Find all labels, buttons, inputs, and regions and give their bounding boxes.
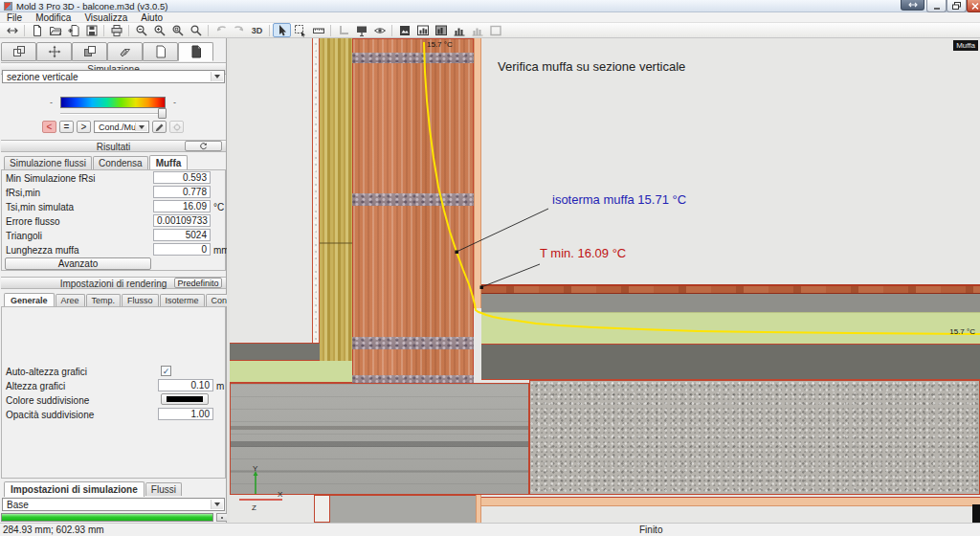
tab-impostazioni-simulazione[interactable]: Impostazioni di simulazione — [4, 481, 145, 497]
zoom-out-icon — [135, 24, 148, 37]
zoom-out-button[interactable] — [132, 23, 150, 37]
open-file-button[interactable] — [46, 23, 64, 37]
panel-tab-boundaries[interactable] — [143, 42, 178, 61]
panel-tab-simulation[interactable] — [178, 42, 213, 61]
zoom-in-button[interactable] — [150, 23, 168, 37]
menu-file[interactable]: File — [0, 12, 29, 23]
picker-button[interactable] — [152, 121, 167, 133]
gradient-slider-thumb[interactable] — [158, 108, 167, 119]
tab-condensa[interactable]: Condensa — [93, 156, 148, 169]
zoom-icon — [189, 24, 203, 37]
menu-modifica[interactable]: Modifica — [29, 12, 78, 23]
zoom-extents-button[interactable] — [168, 23, 187, 37]
page-icon — [153, 44, 168, 59]
chevron-down-icon — [211, 500, 223, 509]
toggle-panel-button[interactable] — [3, 23, 21, 37]
save-button[interactable] — [82, 23, 100, 37]
mortar-joint — [352, 337, 474, 349]
toolbar: 3D — [0, 23, 980, 38]
undo-button[interactable] — [212, 23, 230, 37]
subdivision-opacity-field[interactable]: 1.00 — [158, 408, 213, 420]
layers-icon — [82, 44, 98, 59]
import-button[interactable] — [64, 23, 82, 37]
result-value-triangles[interactable]: 5024 — [153, 229, 211, 241]
menu-visualizza[interactable]: Visualizza — [78, 12, 134, 23]
auto-height-checkbox[interactable]: ✓ — [161, 366, 171, 376]
progress-fill — [2, 514, 212, 521]
result-value-frsi-sim[interactable]: 0.593 — [153, 171, 211, 184]
compare-mode-dropdown[interactable]: Cond./Muffa — [94, 121, 149, 133]
unit-celsius: °C — [213, 202, 224, 212]
tab-generale[interactable]: Generale — [4, 293, 55, 307]
tmin-annotation: T min. 16.09 °C — [540, 246, 626, 260]
bar-chart-button[interactable] — [450, 23, 468, 37]
minimize-button[interactable] — [926, 0, 947, 12]
compare-equal-button[interactable]: = — [59, 121, 74, 133]
result-value-flux-error[interactable]: 0.00109733 — [153, 214, 211, 227]
base-dropdown-value: Base — [7, 500, 29, 510]
panel-tab-materials[interactable] — [107, 42, 143, 61]
section-viewport[interactable]: Y Z X Verifica muffa su sezione vertical… — [230, 38, 980, 523]
isotherm-mold-annotation: isoterma muffa 15.71 °C — [552, 192, 686, 207]
menu-aiuto[interactable]: Aiuto — [134, 12, 169, 23]
new-file-button[interactable] — [28, 23, 46, 37]
render-speckle — [313, 38, 319, 343]
redo-icon — [233, 24, 246, 37]
refresh-results-button[interactable] — [185, 141, 222, 151]
tab-flussi[interactable]: Flussi — [145, 482, 182, 496]
advanced-button[interactable]: Avanzato — [5, 257, 151, 270]
tab-muffa[interactable]: Muffa — [149, 155, 189, 170]
chart-image-icon — [434, 24, 448, 37]
default-button[interactable]: Predefinito — [174, 278, 222, 288]
result-value-mold-length[interactable]: 0 — [153, 243, 211, 256]
section-dropdown[interactable]: sezione verticale — [2, 70, 225, 83]
compare-greater-button[interactable]: > — [77, 121, 91, 133]
legend-panel-button[interactable] — [352, 23, 370, 37]
gradient-tick-right: - — [173, 98, 176, 107]
title-bar[interactable]: Mold 3 Pro 3D - balcone.m3d (v3.0.5) — [0, 0, 980, 12]
visibility-button[interactable] — [370, 23, 389, 37]
redo-button[interactable] — [230, 23, 248, 37]
open-folder-icon — [49, 24, 62, 37]
select-cursor-button[interactable] — [273, 23, 291, 37]
tab-aree[interactable]: Aree — [56, 294, 85, 306]
tab-simulazione-flussi[interactable]: Simulazione flussi — [4, 156, 92, 169]
export-image-button[interactable] — [395, 23, 413, 37]
panel-tab-dimensions[interactable] — [36, 42, 72, 61]
result-value-frsi-min[interactable]: 0.778 — [153, 186, 211, 198]
eraser-icon — [118, 44, 133, 59]
zoom-selection-button[interactable] — [187, 23, 205, 37]
floor-finish-layer — [481, 284, 980, 294]
chart-image-button[interactable] — [432, 23, 450, 37]
bar-chart-secondary-button[interactable] — [468, 23, 486, 37]
chart-frame-button[interactable] — [413, 23, 432, 37]
fill-button[interactable] — [169, 121, 184, 133]
view-3d-button[interactable]: 3D — [248, 23, 266, 37]
wool-seam — [320, 242, 352, 244]
subdivision-color-swatch[interactable] — [161, 393, 209, 405]
frame-button[interactable] — [486, 23, 504, 37]
graph-height-field[interactable]: 0.10 — [158, 379, 213, 391]
gradient-tick-left: - — [50, 98, 53, 107]
panel-tab-layers[interactable] — [72, 42, 107, 61]
measure-button[interactable] — [309, 23, 327, 37]
result-label: Tsi,min simulata — [6, 202, 74, 212]
field-label: Opacità suddivisione — [6, 410, 94, 420]
gradient-slider-track[interactable] — [60, 113, 166, 115]
mode-badge: Muffa — [953, 40, 978, 51]
compare-less-button[interactable]: < — [42, 121, 56, 133]
restore-button[interactable] — [947, 0, 967, 12]
axes-button[interactable] — [334, 23, 352, 37]
result-value-tsi-min[interactable]: 16.09 — [153, 200, 211, 212]
feedback-arrows-button[interactable] — [901, 0, 924, 11]
tab-flusso[interactable]: Flusso — [122, 294, 159, 306]
close-button[interactable] — [967, 0, 980, 12]
marquee-select-button[interactable] — [291, 23, 309, 37]
panel-tab-geometry[interactable] — [1, 42, 36, 61]
rendering-content — [1, 306, 226, 479]
tab-isoterme[interactable]: Isoterme — [160, 294, 205, 306]
print-button[interactable] — [107, 23, 125, 37]
base-dropdown[interactable]: Base — [2, 498, 225, 511]
tab-temp[interactable]: Temp. — [86, 294, 122, 306]
bar-chart-icon — [453, 24, 466, 37]
